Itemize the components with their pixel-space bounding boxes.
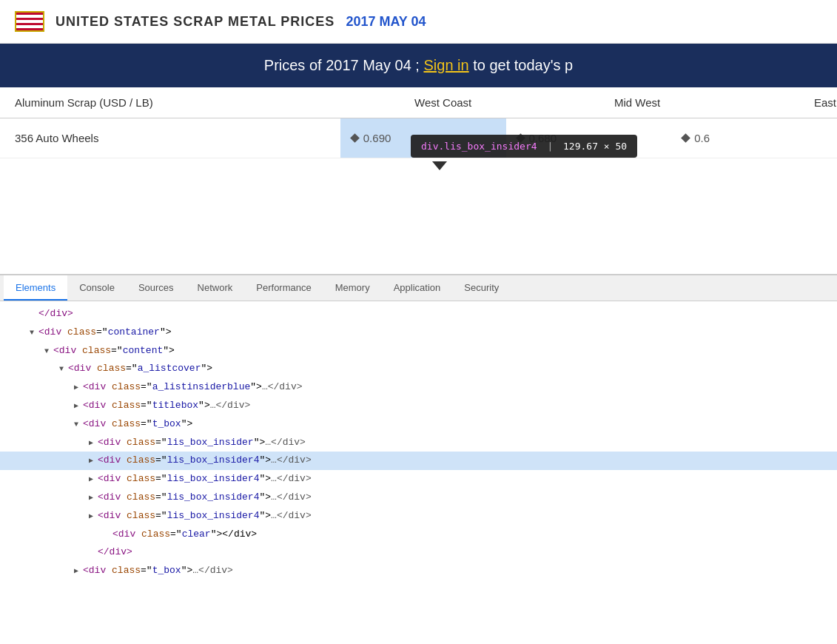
xml-line: <div class="t_box"> …</div> (0, 562, 837, 580)
tab-elements[interactable]: Elements (4, 275, 67, 301)
page-title: UNITED STATES SCRAP METAL PRICES (56, 14, 335, 30)
tab-security[interactable]: Security (452, 275, 511, 301)
tab-memory[interactable]: Memory (323, 275, 382, 301)
us-flag (15, 11, 44, 32)
tab-sources[interactable]: Sources (127, 275, 186, 301)
east-price: 0.6 (694, 132, 710, 144)
tooltip-dimensions: 129.67 × 50 (563, 141, 627, 152)
xml-line: <div class="lis_box_insider4"> …</div> (0, 489, 837, 507)
xml-line: <div class="container"> (0, 323, 837, 342)
triangle-icon[interactable] (89, 435, 98, 451)
triangle-icon[interactable] (44, 343, 53, 359)
xml-line: <div class="lis_box_insider4"> …</div> (0, 470, 837, 489)
col-header-midwest: Mid West (614, 96, 814, 109)
banner-text-before: Prices of 2017 May 04 ; (264, 57, 424, 73)
xml-line: <div class="a_listcover"> (0, 360, 837, 378)
tab-performance[interactable]: Performance (244, 275, 323, 301)
devtools-panel: Elements Console Sources Network Perform… (0, 274, 837, 644)
triangle-icon[interactable] (30, 325, 38, 341)
xml-line: <div class="a_listinsiderblue"> …</div> (0, 378, 837, 397)
col-header-west: West Coast (414, 96, 614, 109)
price-banner: Prices of 2017 May 04 ; Sign in to get t… (0, 44, 837, 87)
triangle-icon[interactable] (89, 453, 98, 469)
triangle-icon[interactable] (89, 509, 98, 524)
triangle-icon[interactable] (59, 361, 68, 377)
xml-line: <div class="titlebox"> …</div> (0, 397, 837, 415)
tab-application[interactable]: Application (382, 275, 453, 301)
triangle-icon[interactable] (89, 472, 98, 487)
xml-line: <div class="clear"></div> (0, 526, 837, 544)
west-price: 0.690 (363, 132, 391, 144)
xml-line: <div class="lis_box_insider4"> …</div> (0, 507, 837, 526)
xml-line: </div> (0, 305, 837, 323)
triangle-icon[interactable] (74, 380, 83, 395)
triangle-icon[interactable] (89, 490, 98, 506)
xml-line-selected: <div class="lis_box_insider4"> …</div> (0, 452, 837, 470)
price-arrow-icon (350, 133, 360, 143)
devtools-tabs: Elements Console Sources Network Perform… (0, 275, 837, 301)
xml-line: </div> (0, 543, 837, 562)
col-header-east: East (814, 96, 836, 109)
tab-console[interactable]: Console (67, 275, 127, 301)
page-header: UNITED STATES SCRAP METAL PRICES 2017 MA… (0, 0, 837, 44)
tooltip-arrow (432, 161, 447, 170)
xml-line: <div class="lis_box_insider"> …</div> (0, 434, 837, 452)
triangle-icon[interactable] (74, 398, 83, 414)
banner-text-after: to get today's p (469, 57, 574, 73)
page-date: 2017 MAY 04 (346, 14, 426, 30)
xml-line: <div class="t_box "> (0, 415, 837, 434)
row-cell-east: 0.6 (671, 118, 837, 158)
xml-line: <div class="content"> (0, 342, 837, 360)
price-arrow-icon (681, 133, 690, 143)
tooltip-class: div.lis_box_insider4 (421, 141, 537, 152)
col-header-name: Aluminum Scrap (USD / LB) (0, 96, 414, 109)
triangle-icon[interactable] (74, 417, 83, 432)
sign-in-link[interactable]: Sign in (423, 57, 468, 73)
tab-network[interactable]: Network (186, 275, 245, 301)
element-tooltip: div.lis_box_insider4 | 129.67 × 50 (411, 135, 637, 158)
row-cell-name: 356 Auto Wheels (0, 118, 340, 158)
triangle-icon[interactable] (74, 563, 83, 579)
elements-panel[interactable]: </div> <div class="container"> <div clas… (0, 301, 837, 644)
table-header: Aluminum Scrap (USD / LB) West Coast Mid… (0, 87, 837, 118)
browser-viewport: UNITED STATES SCRAP METAL PRICES 2017 MA… (0, 0, 837, 274)
